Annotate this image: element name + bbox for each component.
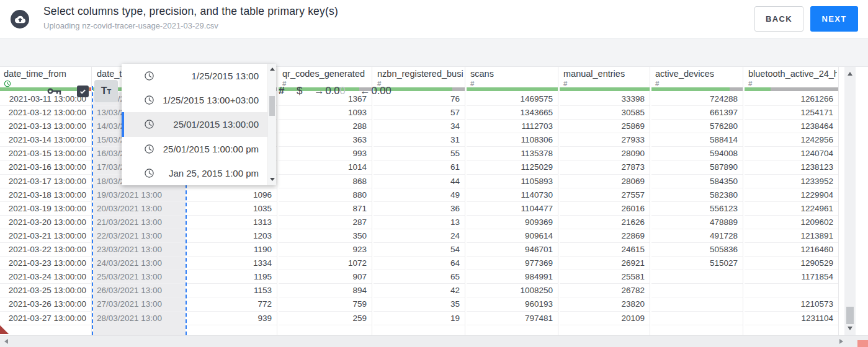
table-cell[interactable]: 907	[279, 270, 372, 284]
table-cell[interactable]: 2021-03-15 13:00:00	[0, 147, 91, 160]
table-cell[interactable]: 31	[374, 133, 465, 147]
table-cell[interactable]: 1104477	[467, 202, 558, 216]
table-cell[interactable]: 23820	[560, 297, 650, 311]
back-button[interactable]: BACK	[754, 6, 803, 32]
table-cell[interactable]: 576280	[651, 120, 743, 133]
column-nzbn_registered_busine[interactable]: nzbn_registered_busine#76573431556144493…	[374, 67, 465, 335]
table-cell[interactable]: 588414	[651, 133, 743, 147]
table-cell[interactable]: 1224961	[745, 202, 838, 216]
table-cell[interactable]: 515027	[651, 257, 743, 270]
table-cell[interactable]: 1153	[187, 284, 277, 297]
table-cell[interactable]: 946701	[467, 243, 558, 257]
number-type-button[interactable]: #	[279, 85, 284, 97]
table-cell[interactable]: 55	[374, 147, 465, 160]
table-cell[interactable]: 2021-03-26 13:00:00	[0, 297, 91, 311]
table-cell[interactable]: 61	[374, 160, 465, 174]
table-cell[interactable]	[745, 284, 838, 297]
table-cell[interactable]: 259	[279, 312, 372, 325]
table-cell[interactable]: 28/03/2021 13:00	[93, 312, 186, 325]
table-cell[interactable]: 1240704	[745, 147, 838, 160]
column-qr_codes_generated[interactable]: qr_codes_generated#136710932883639931014…	[279, 67, 372, 335]
text-type-button[interactable]: Tt	[94, 80, 118, 102]
table-cell[interactable]: 1233952	[745, 175, 838, 188]
table-cell[interactable]: 65	[374, 270, 465, 284]
table-cell[interactable]: 19	[374, 312, 465, 325]
table-cell[interactable]: 1343665	[467, 106, 558, 120]
table-cell[interactable]: 27873	[560, 160, 650, 174]
table-cell[interactable]: 1238123	[745, 160, 838, 174]
table-cell[interactable]: 24	[374, 229, 465, 243]
table-cell[interactable]: 1313	[187, 216, 277, 229]
table-cell[interactable]: 21626	[560, 216, 650, 229]
table-cell[interactable]: 797481	[467, 312, 558, 325]
column-manual_entries[interactable]: manual_entries#3339830585258692793328090…	[560, 67, 650, 335]
next-button[interactable]: NEXT	[810, 6, 858, 32]
table-cell[interactable]: 478889	[651, 216, 743, 229]
table-cell[interactable]: 26/03/2021 13:00	[93, 284, 186, 297]
table-cell[interactable]	[651, 297, 743, 311]
table-cell[interactable]: 27933	[560, 133, 650, 147]
table-cell[interactable]: 26016	[560, 202, 650, 216]
format-option[interactable]: 1/25/2015 13:00+03:00	[122, 88, 267, 112]
boolean-type-checkbox[interactable]	[77, 86, 89, 97]
table-cell[interactable]: 2021-03-24 13:00:00	[0, 270, 91, 284]
table-cell[interactable]: 505836	[651, 243, 743, 257]
table-cell[interactable]: 2021-03-21 13:00:00	[0, 229, 91, 243]
scroll-down-button[interactable]	[848, 327, 852, 330]
table-cell[interactable]: 33398	[560, 92, 650, 106]
scroll-up-button[interactable]	[848, 72, 852, 76]
table-cell[interactable]: 584350	[651, 175, 743, 188]
table-cell[interactable]: 1135378	[467, 147, 558, 160]
table-cell[interactable]: 1008250	[467, 284, 558, 297]
table-cell[interactable]: 1108306	[467, 133, 558, 147]
table-cell[interactable]: 35	[374, 297, 465, 311]
table-cell[interactable]: 880	[279, 188, 372, 202]
table-cell[interactable]: 894	[279, 284, 372, 297]
table-cell[interactable]: 2021-03-19 13:00:00	[0, 202, 91, 216]
table-cell[interactable]: 363	[279, 133, 372, 147]
table-cell[interactable]: 2021-03-12 13:00:00	[0, 106, 91, 120]
table-cell[interactable]: 661397	[651, 106, 743, 120]
column-header[interactable]: date_time_from	[0, 67, 91, 87]
table-cell[interactable]: 2021-03-27 13:00:00	[0, 312, 91, 325]
horizontal-scrollbar[interactable]	[0, 335, 868, 347]
table-cell[interactable]: 1242956	[745, 133, 838, 147]
table-cell[interactable]: 1195	[187, 270, 277, 284]
table-cell[interactable]: 556123	[651, 202, 743, 216]
table-cell[interactable]: 724288	[651, 92, 743, 106]
table-cell[interactable]: 1171854	[745, 270, 838, 284]
table-cell[interactable]: 1125029	[467, 160, 558, 174]
table-cell[interactable]: 49	[374, 188, 465, 202]
format-option[interactable]: 1/25/2015 13:00	[122, 64, 267, 88]
table-cell[interactable]: 909614	[467, 229, 558, 243]
table-cell[interactable]	[651, 284, 743, 297]
scroll-left-button[interactable]	[4, 339, 8, 344]
table-cell[interactable]: 1014	[279, 160, 372, 174]
table-cell[interactable]: 44	[374, 175, 465, 188]
table-cell[interactable]: 23/03/2021 13:00	[93, 243, 186, 257]
table-cell[interactable]: 587890	[651, 160, 743, 174]
table-cell[interactable]: 1261266	[745, 92, 838, 106]
table-cell[interactable]: 939	[187, 312, 277, 325]
table-cell[interactable]: 27/03/2021 13:00	[93, 297, 186, 311]
table-cell[interactable]: 1210573	[745, 297, 838, 311]
table-cell[interactable]: 1072	[279, 257, 372, 270]
table-cell[interactable]: 2021-03-18 13:00:00	[0, 188, 91, 202]
table-cell[interactable]: 25581	[560, 270, 650, 284]
table-cell[interactable]: 13	[374, 216, 465, 229]
column-active_devices[interactable]: active_devices#7242886613975762805884145…	[651, 67, 743, 335]
table-cell[interactable]: 22/03/2021 13:00	[93, 229, 186, 243]
table-cell[interactable]: 25869	[560, 120, 650, 133]
table-cell[interactable]: 594008	[651, 147, 743, 160]
table-cell[interactable]: 1093	[279, 106, 372, 120]
table-cell[interactable]: 54	[374, 243, 465, 257]
table-cell[interactable]: 2021-03-20 13:00:00	[0, 216, 91, 229]
dropdown-scrollbar-thumb[interactable]	[269, 96, 275, 116]
format-option[interactable]: 25/01/2015 1:00:00 pm	[122, 137, 267, 161]
table-cell[interactable]: 977369	[467, 257, 558, 270]
dropdown-scrollbar[interactable]	[267, 64, 276, 185]
table-cell[interactable]	[651, 312, 743, 325]
format-option[interactable]: 25/01/2015 13:00:00	[122, 112, 267, 136]
column-bluetooth_active_24_hr_[interactable]: bluetooth_active_24_hr_#1261266125417112…	[745, 67, 839, 335]
format-option[interactable]: Jan 25, 2015 1:00 pm	[122, 161, 267, 185]
